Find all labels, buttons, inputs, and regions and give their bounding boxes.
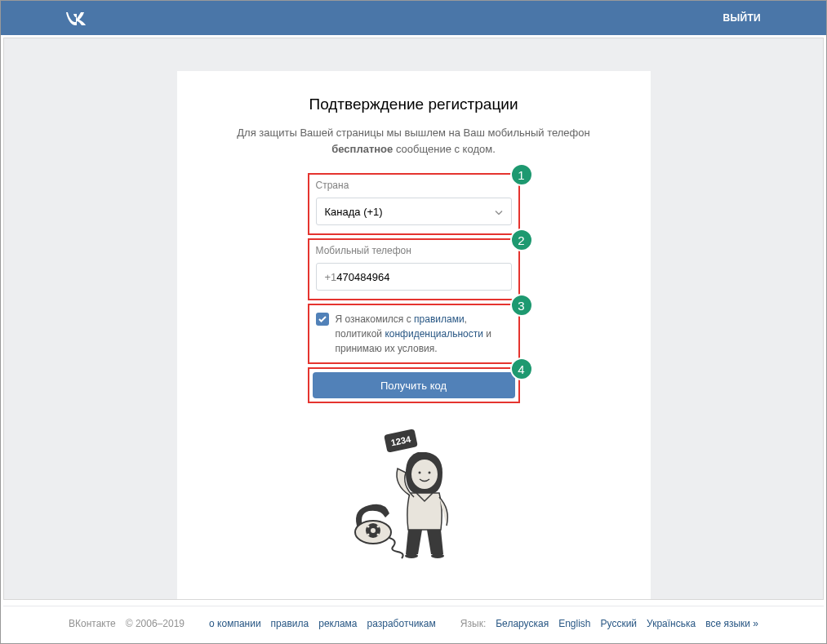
- lang-ua[interactable]: Українська: [647, 618, 696, 629]
- card-title: Подтверждение регистрации: [210, 95, 618, 113]
- logout-button[interactable]: ВЫЙТИ: [723, 12, 762, 24]
- lang-label: Язык:: [460, 618, 486, 629]
- footer-left: ВКонтакте © 2006–2019: [69, 618, 185, 629]
- svg-point-2: [418, 472, 420, 474]
- terms-checkbox[interactable]: [316, 313, 329, 326]
- annotation-badge-3: 3: [510, 294, 533, 317]
- svg-point-11: [367, 534, 369, 536]
- privacy-link[interactable]: конфиденциальности: [385, 328, 483, 340]
- content-area: Подтверждение регистрации Для защиты Ваш…: [3, 38, 824, 600]
- card-subtitle: Для защиты Вашей страницы мы вышлем на В…: [210, 125, 618, 157]
- chevron-down-icon: [495, 206, 503, 218]
- annotation-badge-2: 2: [510, 229, 533, 251]
- svg-point-10: [376, 526, 379, 528]
- app-header: ВЫЙТИ: [1, 1, 826, 35]
- svg-point-12: [376, 534, 379, 536]
- lang-by[interactable]: Беларуская: [496, 618, 549, 629]
- footer-copyright: © 2006–2019: [126, 618, 185, 629]
- svg-point-8: [371, 528, 376, 533]
- svg-point-5: [431, 553, 444, 558]
- lang-all[interactable]: все языки »: [705, 618, 758, 629]
- svg-point-9: [367, 526, 369, 528]
- phone-value: 470484964: [336, 271, 389, 283]
- country-label: Страна: [316, 180, 512, 191]
- svg-point-4: [405, 553, 418, 558]
- phone-field-wrapper: 2 Мобильный телефон +1470484964: [308, 238, 520, 300]
- footer-right: Язык: Беларуская English Русский Українс…: [460, 618, 758, 629]
- vk-logo[interactable]: [66, 11, 89, 25]
- svg-point-1: [411, 460, 438, 489]
- footer: ВКонтакте © 2006–2019 о компании правила…: [3, 606, 824, 641]
- registration-card: Подтверждение регистрации Для защиты Ваш…: [177, 71, 651, 599]
- country-select[interactable]: Канада (+1): [316, 198, 512, 225]
- annotation-badge-1: 1: [510, 163, 533, 186]
- lang-ru[interactable]: Русский: [601, 618, 638, 629]
- submit-wrapper: 4 Получить код: [308, 367, 520, 403]
- phone-input[interactable]: +1470484964: [316, 263, 512, 291]
- phone-prefix: +1: [325, 271, 337, 283]
- terms-wrapper: 3 Я ознакомился с правилами, политикой к…: [308, 304, 520, 364]
- terms-text: Я ознакомился с правилами, политикой кон…: [336, 312, 512, 356]
- illustration: 1234: [210, 428, 618, 566]
- phone-label: Мобильный телефон: [316, 245, 512, 256]
- footer-devs-link[interactable]: разработчикам: [367, 618, 436, 629]
- country-field-wrapper: 1 Страна Канада (+1): [308, 173, 520, 235]
- annotation-badge-4: 4: [510, 358, 533, 380]
- svg-point-3: [428, 472, 430, 474]
- footer-center: о компании правила реклама разработчикам: [209, 618, 436, 629]
- form-section: 1 Страна Канада (+1) 2 Мобильный телефон…: [308, 173, 520, 403]
- footer-ads-link[interactable]: реклама: [318, 618, 357, 629]
- footer-brand: ВКонтакте: [69, 618, 116, 629]
- footer-about-link[interactable]: о компании: [209, 618, 261, 629]
- rules-link[interactable]: правилами: [414, 313, 465, 325]
- lang-en[interactable]: English: [558, 618, 590, 629]
- footer-rules-link[interactable]: правила: [271, 618, 309, 629]
- submit-button[interactable]: Получить код: [313, 372, 515, 398]
- country-value: Канада (+1): [325, 206, 383, 218]
